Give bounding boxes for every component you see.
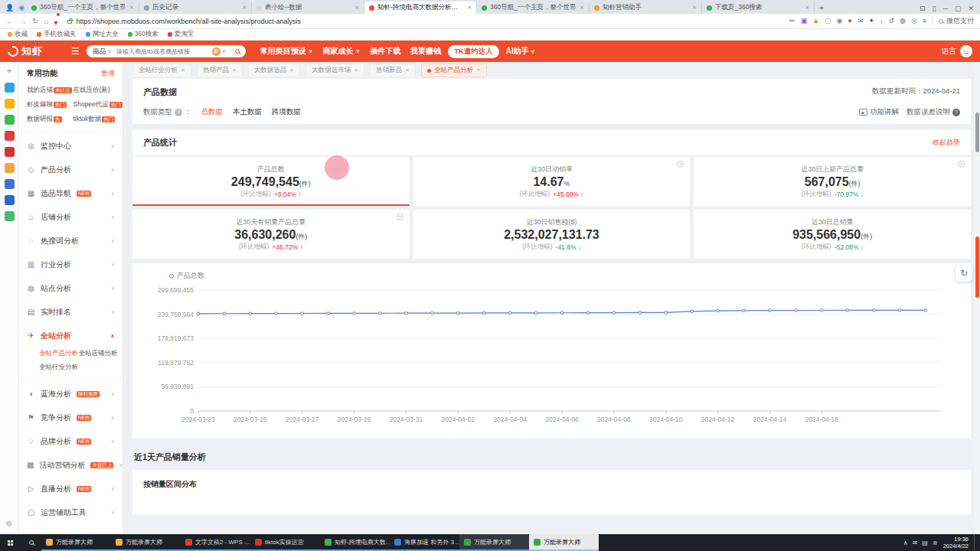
product-search-input[interactable] (115, 47, 212, 56)
sidebar-menu-item[interactable]: ◖蓝海分析限时免费∨ (19, 382, 122, 406)
bookmark-item[interactable]: 收藏 (8, 30, 28, 39)
maximize-button[interactable]: ▢ (955, 5, 962, 12)
tab-close-icon[interactable]: ✕ (181, 67, 185, 73)
quick-link[interactable]: tiktok数据热门 (74, 115, 122, 124)
data-type-option[interactable]: 总数据 (201, 107, 224, 117)
sidebar-app-icon[interactable] (5, 163, 15, 173)
sidebar-menu-item[interactable]: ◎监控中心∨ (19, 134, 122, 158)
help-icon[interactable]: ? (175, 109, 182, 116)
sidebar-app-icon[interactable] (5, 83, 15, 93)
add-sidebar-app-button[interactable]: + (6, 66, 11, 77)
bookmark-item[interactable]: 爱淘宝 (168, 30, 194, 39)
ai-assistant-button[interactable]: AI助手➤ (506, 46, 536, 57)
bookmark-item[interactable]: 网址大全 (86, 30, 119, 39)
data-type-option[interactable]: 跨境数据 (272, 107, 301, 117)
scrollbar-thumb[interactable] (975, 112, 979, 152)
tab-close-icon[interactable]: ✕ (467, 5, 472, 11)
address-bar[interactable]: https://shopee.mobduos.com/workbench/all… (63, 16, 784, 27)
data-error-link[interactable]: 数据误差说明 ? (906, 107, 960, 117)
taskbar-app-button[interactable]: 文字文稿2 - WPS ... (181, 534, 250, 551)
avatar[interactable]: ☺ (960, 45, 972, 57)
bookmark-item[interactable]: 手机收藏夹 (37, 30, 77, 39)
taskbar-app-button[interactable]: tiktok实操运营 (250, 534, 320, 551)
sidebar-menu-item[interactable]: ▦选品导航NEW∨ (19, 181, 122, 205)
sidebar-menu-item[interactable]: ♢品牌分析NEW∨ (19, 429, 122, 453)
site-selector[interactable]: 泰 (212, 47, 220, 56)
tab-close-icon[interactable]: ✕ (476, 67, 481, 73)
feature-guide-link[interactable]: ▶ 功能讲解 (859, 107, 899, 117)
tab-close-icon[interactable]: ✕ (580, 5, 584, 11)
purple-extension-icon[interactable]: ▣ (801, 18, 808, 24)
tab-close-icon[interactable]: ✕ (405, 67, 410, 73)
back-icon[interactable]: ← (6, 17, 14, 25)
sidebar-menu-item[interactable]: ◇产品分析∨ (19, 158, 122, 181)
workspace-tab[interactable]: 热销产品✕ (197, 64, 243, 77)
quick-link[interactable]: 虾皮爆聊热门 (27, 100, 72, 109)
minimize-button[interactable]: ─ (943, 5, 948, 12)
taskbar-app-button[interactable]: 万能录屏大师 (529, 534, 599, 551)
taskbar-search-button[interactable] (21, 534, 41, 551)
browser-tab[interactable]: 知虾营销助手✕ (590, 2, 702, 14)
hamburger-icon[interactable]: ☰ (71, 46, 80, 57)
workspace-tab[interactable]: 全站产品分析✕ (421, 64, 487, 77)
download-icon[interactable]: ↓ (880, 18, 884, 24)
undo-icon[interactable]: ↺ (888, 18, 894, 24)
info-icon[interactable]: ? (958, 161, 965, 168)
stat-card[interactable]: 近30日销售额($)2,532,027,131.73(环比增幅)-41.6% ↓ (413, 210, 691, 259)
language-switch[interactable]: 语言 (942, 47, 956, 57)
workspace-tab[interactable]: 大数据选品✕ (248, 64, 300, 77)
network-extension-icon[interactable]: ◎ (911, 18, 917, 24)
tab-close-icon[interactable]: ✕ (129, 5, 134, 11)
home-icon[interactable]: ⌂ (44, 17, 48, 25)
stat-card[interactable]: 产品总数249,749,545(件)(环比增幅)+0.04% ↑ (132, 157, 410, 206)
sidebar-submenu-item[interactable]: 全站行业分析 (39, 363, 79, 372)
taskbar-app-button[interactable]: 海豚加速 和另外 3 ... (390, 534, 459, 551)
header-nav-item[interactable]: 常用类目预设∨ (260, 46, 313, 57)
tray-icon[interactable]: ≋ (933, 540, 938, 546)
stat-card[interactable]: ?近30日上新产品总量567,075(件)(环比增幅)-70.97% ↓ (694, 157, 971, 206)
close-button[interactable]: ✕ (968, 5, 974, 12)
sidebar-menu-item[interactable]: ▤实时排名∨ (19, 300, 122, 324)
new-tab-button[interactable]: + (819, 3, 824, 12)
browser-tab[interactable]: 下载页_360搜索✕ (702, 2, 815, 14)
workspace-tab[interactable]: 大数据选市场✕ (305, 64, 364, 77)
sidebar-menu-item[interactable]: ◍站点分析∨ (19, 276, 122, 300)
refresh-icon[interactable]: ↻ (32, 17, 38, 25)
browser-tab[interactable]: 360导航_一个主页，整个世界✕ (477, 2, 590, 14)
data-type-option[interactable]: 本土数据 (233, 107, 262, 117)
sidebar-app-icon[interactable] (5, 179, 15, 189)
trend-chart[interactable]: 059,939,891119,879,782179,819,673239,759… (137, 281, 966, 435)
sidebar-menu-item[interactable]: ▷直播分析NEW∨ (19, 477, 122, 500)
workspace-tab[interactable]: 全站行业分析✕ (132, 64, 191, 77)
blue-extension-icon[interactable]: ◍ (900, 18, 906, 24)
manage-link[interactable]: 管理 (101, 69, 115, 79)
taskbar-app-button[interactable]: 万能录屏大师 (459, 534, 529, 551)
taskbar-app-button[interactable]: 知虾-跨境电商大数... (320, 534, 390, 551)
browser-tab[interactable]: 360导航_一个主页，整个世界✕ (27, 2, 139, 14)
taskbar-app-button[interactable]: 万能录屏大师 (41, 534, 111, 551)
browser-logo-icon[interactable]: ◉ (18, 4, 24, 11)
browser-tab[interactable]: 表小绘--数据✕ (252, 2, 364, 14)
gear-icon[interactable]: ⚙ (6, 520, 13, 528)
stat-card[interactable]: ?近30日动销率14.67%(环比增幅)+45.68% ↑ (413, 157, 691, 206)
sidebar-app-icon[interactable] (5, 147, 15, 157)
show-desktop-button[interactable] (974, 534, 977, 551)
info-icon[interactable]: ? (677, 161, 684, 168)
mail-extension-icon[interactable]: ✉ (858, 18, 864, 24)
sidebar-menu-item[interactable]: ▩活动营销分析大促已上∨ (19, 453, 122, 477)
tab-close-icon[interactable]: ✕ (289, 67, 294, 73)
tab-close-icon[interactable]: ✕ (692, 5, 697, 11)
monitor-icon[interactable]: ⊡ (920, 5, 926, 12)
sidebar-menu-item[interactable]: ⌂店铺分析∨ (19, 205, 122, 229)
tray-icon[interactable]: ✉ (913, 540, 918, 546)
taskbar-app-button[interactable]: 万能录屏大师 (111, 534, 181, 551)
page-scrollbar[interactable] (975, 62, 980, 534)
product-search-bar[interactable]: 商品 ∨ 泰 ∨ (87, 45, 246, 57)
fox-extension-icon[interactable]: ▲ (812, 18, 819, 24)
record-extension-icon[interactable]: ● (848, 18, 851, 24)
stat-card[interactable]: ?近30天有销量产品总量36,630,260(件)(环比增幅)+45.72% ↑ (132, 210, 410, 259)
header-nav-item[interactable]: 插件下载 (370, 46, 400, 57)
sidebar-app-icon[interactable] (5, 211, 15, 221)
workspace-tab[interactable]: 热销新品✕ (370, 64, 416, 77)
quick-link[interactable]: Shopee代运热门 (74, 100, 122, 109)
